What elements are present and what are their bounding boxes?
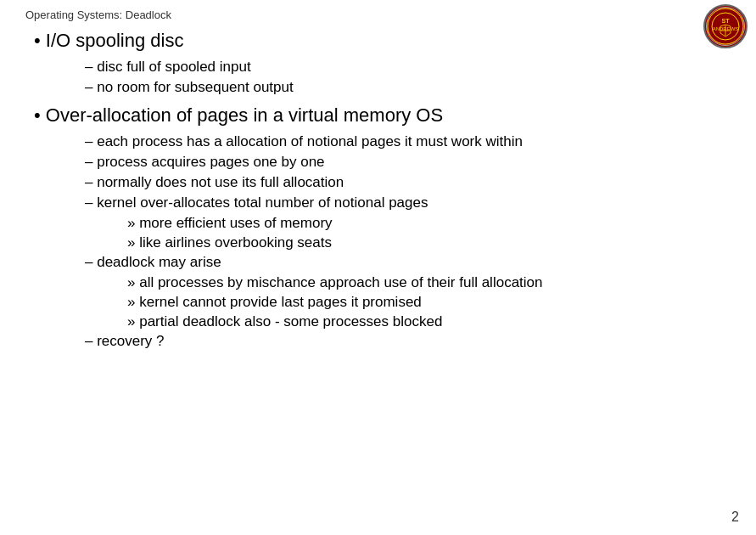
page-container: Operating Systems: Deadlock ST ANDREWS bbox=[0, 0, 756, 535]
bullet2-subsub5: » partial deadlock also - some processes… bbox=[127, 313, 731, 330]
bullet2-sub2: – process acquires pages one by one bbox=[85, 154, 731, 171]
bullet2-sub1: – each process has a allocation of notio… bbox=[85, 133, 731, 150]
bullet2-sub4: – kernel over-allocates total number of … bbox=[85, 194, 731, 211]
main-content: • I/O spooling disc – disc full of spool… bbox=[25, 30, 731, 350]
university-logo: ST ANDREWS bbox=[703, 4, 748, 48]
bullet2-sub3: – normally does not use its full allocat… bbox=[85, 174, 731, 191]
bullet1-sub2: – no room for subsequent output bbox=[85, 79, 731, 96]
bullet1-sub1: – disc full of spooled input bbox=[85, 59, 731, 76]
bullet2-sub6: – recovery ? bbox=[85, 333, 731, 350]
bullet2-subsub3: » all processes by mischance approach us… bbox=[127, 274, 731, 291]
bullet2-subsub4: » kernel cannot provide last pages it pr… bbox=[127, 294, 731, 311]
bullet2-sub5: – deadlock may arise bbox=[85, 254, 731, 271]
bullet2-subsub2: » like airlines overbooking seats bbox=[127, 234, 731, 251]
page-number: 2 bbox=[731, 510, 739, 525]
bullet2-header: • Over-allocation of pages in a virtual … bbox=[34, 104, 731, 127]
bullet2-subsub1: » more efficient uses of memory bbox=[127, 215, 731, 232]
header-title: Operating Systems: Deadlock bbox=[25, 8, 171, 21]
bullet1-header: • I/O spooling disc bbox=[34, 30, 731, 52]
svg-text:ST: ST bbox=[722, 18, 731, 24]
header: Operating Systems: Deadlock bbox=[25, 8, 731, 21]
